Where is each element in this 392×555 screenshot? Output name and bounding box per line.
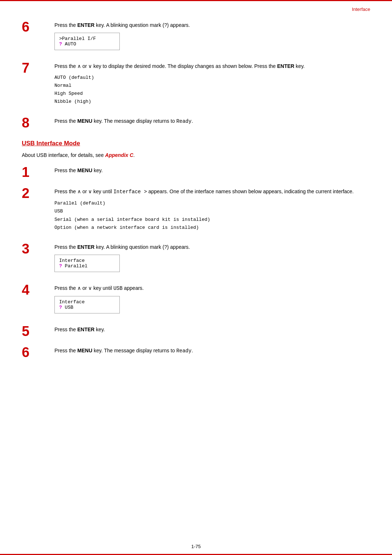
step-number: 6 xyxy=(22,19,51,34)
display-text: AUTO xyxy=(62,41,76,47)
step-text: Press the ∧ or ∨ key to display the desi… xyxy=(54,62,370,70)
step-number: 7 xyxy=(22,60,51,75)
top-border xyxy=(0,0,392,1)
display-text: Parallel xyxy=(62,263,87,269)
step-text: Press the ∧ or ∨ key until Interface > a… xyxy=(54,188,370,196)
step-text: Press the ENTER key. xyxy=(54,326,370,333)
step-content: Press the ENTER key. A blinking question… xyxy=(51,19,370,54)
bold-enter: ENTER xyxy=(77,22,94,28)
header-title: Interface xyxy=(352,7,370,12)
bold-menu: MENU xyxy=(77,348,92,353)
page-number: 1-75 xyxy=(191,544,201,549)
step-content: Press the ∧ or ∨ key to display the desi… xyxy=(51,60,370,109)
usb-step-row-3: 3 Press the ENTER key. A blinking questi… xyxy=(22,241,370,276)
code-line: USB xyxy=(54,207,370,215)
code-line: Serial (when a serial interface board ki… xyxy=(54,216,370,224)
code-block-modes: AUTO (default) Normal High Speed Nibble … xyxy=(54,74,370,106)
step-number: 4 xyxy=(22,282,51,297)
code-line: High Speed xyxy=(54,90,370,98)
bold-enter: ENTER xyxy=(77,244,94,250)
bold-enter: ENTER xyxy=(277,63,294,69)
interface-code: Interface > xyxy=(113,189,147,195)
code-line: Normal xyxy=(54,82,370,90)
footer-area: 1-75 xyxy=(0,544,392,549)
display-text: USB xyxy=(62,305,73,310)
code-block-interfaces: Parallel (default) USB Serial (when a se… xyxy=(54,199,370,231)
usb-code: USB xyxy=(113,285,122,291)
step-row-7: 7 Press the ∧ or ∨ key to display the de… xyxy=(22,60,370,109)
display-line1: Interface xyxy=(59,299,115,305)
ready-text: Ready xyxy=(176,348,192,354)
step-number: 2 xyxy=(22,186,51,200)
step-text: Press the MENU key. The message display … xyxy=(54,347,370,355)
page-container: Interface 6 Press the ENTER key. A blink… xyxy=(0,0,392,555)
blink-cursor: ? xyxy=(59,41,62,47)
display-box-parallel-if: >Parallel I/F ? AUTO xyxy=(54,33,120,50)
display-line1: Interface xyxy=(59,258,115,263)
display-line1: >Parallel I/F xyxy=(59,36,115,41)
step-content: Press the MENU key. xyxy=(51,165,370,178)
usb-section-heading: USB Interface Mode xyxy=(22,140,370,147)
usb-step-row-4: 4 Press the ∧ or ∨ key until USB appears… xyxy=(22,282,370,317)
step-content: Press the MENU key. The message display … xyxy=(51,345,370,358)
step-content: Press the ∧ or ∨ key until Interface > a… xyxy=(51,186,370,234)
content-area: 6 Press the ENTER key. A blinking questi… xyxy=(0,16,392,388)
step-number: 5 xyxy=(22,324,51,338)
bold-enter: ENTER xyxy=(77,327,94,332)
code-line: Parallel (default) xyxy=(54,199,370,207)
usb-step-row-6: 6 Press the MENU key. The message displa… xyxy=(22,345,370,359)
step-row-8-first: 8 Press the MENU key. The message displa… xyxy=(22,115,370,130)
step-text: Press the ENTER key. A blinking question… xyxy=(54,243,370,251)
ready-text: Ready xyxy=(176,118,192,124)
display-box-interface-usb: Interface ? USB xyxy=(54,296,120,313)
bold-menu: MENU xyxy=(77,118,92,124)
blink-cursor: ? xyxy=(59,263,62,269)
usb-step-row-5: 5 Press the ENTER key. xyxy=(22,324,370,338)
appendix-link[interactable]: Appendix C xyxy=(105,152,134,158)
step-text: Press the ∧ or ∨ key until USB appears. xyxy=(54,284,370,292)
intro-end: . xyxy=(133,152,135,158)
step-number: 3 xyxy=(22,241,51,256)
step-text: Press the MENU key. xyxy=(54,167,370,174)
bold-menu: MENU xyxy=(77,167,92,173)
usb-step-row-1: 1 Press the MENU key. xyxy=(22,165,370,179)
step-number: 8 xyxy=(22,115,51,130)
display-line2: ? AUTO xyxy=(59,41,115,47)
usb-step-row-2: 2 Press the ∧ or ∨ key until Interface >… xyxy=(22,186,370,234)
code-line: Option (when a network interface card is… xyxy=(54,224,370,232)
display-box-interface-parallel: Interface ? Parallel xyxy=(54,255,120,272)
step-number: 6 xyxy=(22,345,51,359)
step-text: Press the MENU key. The message display … xyxy=(54,117,370,125)
step-content: Press the MENU key. The message display … xyxy=(51,115,370,129)
code-line: AUTO (default) xyxy=(54,74,370,82)
blink-cursor: ? xyxy=(59,305,62,310)
step-content: Press the ENTER key. A blinking question… xyxy=(51,241,370,276)
display-line2: ? Parallel xyxy=(59,263,115,269)
code-line: Nibble (high) xyxy=(54,98,370,106)
step-content: Press the ∧ or ∨ key until USB appears. … xyxy=(51,282,370,317)
section-intro: About USB interface, for details, see Ap… xyxy=(22,152,370,158)
step-content: Press the ENTER key. xyxy=(51,324,370,337)
step-row-6-first: 6 Press the ENTER key. A blinking questi… xyxy=(22,19,370,54)
display-line2: ? USB xyxy=(59,305,115,310)
header-area: Interface xyxy=(0,0,392,16)
step-number: 1 xyxy=(22,165,51,179)
intro-text: About USB interface, for details, see xyxy=(22,152,105,158)
step-text: Press the ENTER key. A blinking question… xyxy=(54,21,370,29)
